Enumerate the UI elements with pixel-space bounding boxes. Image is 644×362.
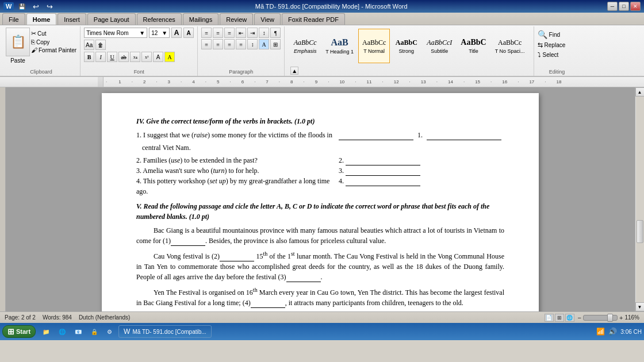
tab-foxit[interactable]: Foxit Reader PDF bbox=[282, 13, 345, 25]
tab-mailings[interactable]: Mailings bbox=[183, 13, 218, 25]
font-shrink-button[interactable]: A bbox=[183, 28, 194, 38]
multilevel-button[interactable]: ≡ bbox=[224, 28, 235, 38]
taskbar-icon4[interactable]: 🔒 bbox=[86, 325, 100, 338]
superscript-button[interactable]: x² bbox=[141, 52, 152, 62]
section4-title: IV. Give the correct tense/form of the v… bbox=[136, 116, 504, 126]
zoom-out-button[interactable]: − bbox=[578, 314, 581, 321]
clear-format-button[interactable]: 🗑 bbox=[95, 40, 106, 50]
tab-page-layout[interactable]: Page Layout bbox=[87, 13, 136, 25]
justify-button[interactable]: ≡ bbox=[236, 39, 246, 49]
clipboard-content: 📋 Paste ✂ Cut ⎘ Copy 🖌 Format Painter bbox=[6, 28, 76, 69]
highlight-button[interactable]: A bbox=[164, 52, 175, 62]
start-button[interactable]: ⊞ Start bbox=[2, 325, 36, 338]
strikethrough-button[interactable]: ab bbox=[118, 52, 129, 62]
tab-file[interactable]: File bbox=[2, 13, 25, 25]
styles-group: AaBbCc Emphasis AaB T Heading 1 AaBbCc T… bbox=[285, 26, 534, 76]
align-center-button[interactable]: ≡ bbox=[213, 39, 223, 49]
vertical-scrollbar[interactable]: ▲ ▼ bbox=[635, 87, 644, 311]
tab-view[interactable]: View bbox=[254, 13, 281, 25]
decrease-indent-button[interactable]: ⇤ bbox=[236, 28, 246, 38]
bullets-button[interactable]: ≡ bbox=[201, 28, 212, 38]
quick-undo[interactable]: ↩ bbox=[30, 1, 41, 12]
copy-button[interactable]: ⎘ Copy bbox=[31, 38, 76, 45]
select-button[interactable]: ⤵ Select bbox=[538, 51, 559, 58]
borders-button[interactable]: ⊞ bbox=[270, 39, 281, 49]
font-name-selector[interactable]: Times New Rom ▼ bbox=[84, 28, 147, 38]
view-buttons: 📄 ⊞ 🌐 bbox=[545, 314, 574, 322]
style-no-spacing[interactable]: AaBbCc T No Spaci... bbox=[491, 29, 529, 63]
page-indicator: Page: 2 of 2 bbox=[5, 314, 36, 321]
status-bar: Page: 2 of 2 Words: 984 Dutch (Netherlan… bbox=[0, 311, 644, 323]
taskbar-icon1[interactable]: 📁 bbox=[38, 325, 52, 338]
binoculars-icon: 🔍 bbox=[538, 30, 547, 39]
find-button[interactable]: 🔍 Find bbox=[538, 30, 560, 39]
align-right-button[interactable]: ≡ bbox=[224, 39, 235, 49]
editing-group: 🔍 Find ⇆ Replace ⤵ Select Editing bbox=[534, 26, 580, 76]
font-size-dropdown-icon: ▼ bbox=[162, 30, 167, 36]
taskbar-icon2[interactable]: 🌐 bbox=[54, 325, 68, 338]
font-grow-button[interactable]: A bbox=[171, 28, 182, 38]
format-painter-button[interactable]: 🖌 Format Painter bbox=[31, 47, 76, 53]
underline-button[interactable]: U bbox=[107, 52, 117, 62]
status-left: Page: 2 of 2 Words: 984 Dutch (Netherlan… bbox=[5, 314, 130, 321]
quick-save[interactable]: 💾 bbox=[16, 1, 28, 12]
paragraph-group: ≡ ≡ ≡ ⇤ ⇥ ↕ ¶ ≡ ≡ ≡ ≡ ↕ A ⊞ Paragraph bbox=[198, 26, 285, 76]
zoom-control[interactable]: − + 116% bbox=[578, 314, 639, 321]
style-heading1[interactable]: AaB T Heading 1 bbox=[321, 29, 358, 63]
editing-label: Editing bbox=[538, 69, 577, 76]
doc-scroll[interactable]: IV. Give the correct tense/form of the v… bbox=[6, 87, 635, 311]
scroll-up-button[interactable]: ▲ bbox=[635, 87, 645, 97]
subscript-button[interactable]: x₂ bbox=[130, 52, 140, 62]
zoom-in-button[interactable]: + bbox=[619, 314, 623, 321]
bold-button[interactable]: B bbox=[84, 52, 94, 62]
minimize-button[interactable]: ─ bbox=[607, 2, 618, 11]
question1: 1. I suggest that we (raise) some money … bbox=[136, 130, 504, 140]
taskbar-icon3[interactable]: 📧 bbox=[70, 325, 84, 338]
style-emphasis[interactable]: AaBbCc Emphasis bbox=[289, 29, 321, 63]
italic-button[interactable]: I bbox=[95, 52, 106, 62]
zoom-thumb[interactable] bbox=[607, 314, 613, 322]
q3-answer-cell: 3. bbox=[339, 165, 504, 176]
tab-references[interactable]: References bbox=[137, 13, 182, 25]
active-window-button[interactable]: W Mã TD- 591.doc [Compatib... bbox=[118, 325, 212, 338]
align-left-button[interactable]: ≡ bbox=[201, 39, 212, 49]
numbering-button[interactable]: ≡ bbox=[213, 28, 223, 38]
sort-button[interactable]: ↕ bbox=[259, 28, 269, 38]
replace-icon: ⇆ bbox=[538, 41, 543, 49]
font-color-button[interactable]: A bbox=[153, 52, 163, 62]
styles-scroll-up[interactable]: ▲ bbox=[290, 67, 298, 75]
tab-insert[interactable]: Insert bbox=[57, 13, 86, 25]
show-marks-button[interactable]: ¶ bbox=[270, 28, 281, 38]
view-web-button[interactable]: 🌐 bbox=[565, 314, 574, 322]
scroll-down-button[interactable]: ▼ bbox=[635, 302, 645, 311]
font-aa-button[interactable]: Aa bbox=[84, 40, 94, 50]
paste-label: Paste bbox=[10, 57, 25, 64]
taskbar-icon5[interactable]: ⚙ bbox=[102, 325, 116, 338]
zoom-slider[interactable] bbox=[583, 315, 618, 321]
taskbar: ⊞ Start 📁 🌐 📧 🔒 ⚙ W Mã TD- 591.doc [Comp… bbox=[0, 323, 644, 340]
cut-button[interactable]: ✂ Cut bbox=[31, 30, 76, 37]
view-print-button[interactable]: 📄 bbox=[545, 314, 554, 322]
line-spacing-button[interactable]: ↕ bbox=[247, 39, 258, 49]
word-count: Words: 984 bbox=[43, 314, 72, 321]
view-fullscreen-button[interactable]: ⊞ bbox=[555, 314, 564, 322]
paste-button[interactable]: 📋 bbox=[6, 28, 30, 56]
close-button[interactable]: ✕ bbox=[630, 2, 641, 11]
scrollbar-thumb[interactable] bbox=[637, 220, 643, 243]
increase-indent-button[interactable]: ⇥ bbox=[247, 28, 258, 38]
style-subtitle[interactable]: AaBbCcI Subtitle bbox=[423, 29, 456, 63]
tab-review[interactable]: Review bbox=[220, 13, 253, 25]
font-size-selector[interactable]: 12 ▼ bbox=[149, 28, 170, 38]
replace-button[interactable]: ⇆ Replace bbox=[538, 41, 566, 49]
shading-button[interactable]: A bbox=[259, 39, 269, 49]
style-normal[interactable]: AaBbCc T Normal bbox=[358, 29, 390, 63]
quick-redo[interactable]: ↪ bbox=[44, 1, 55, 12]
maximize-button[interactable]: □ bbox=[619, 2, 629, 11]
tab-home[interactable]: Home bbox=[26, 13, 57, 25]
ruler-corner bbox=[98, 77, 103, 87]
style-title[interactable]: AaBbC Title bbox=[457, 29, 490, 63]
status-right: 📄 ⊞ 🌐 − + 116% bbox=[545, 314, 639, 322]
title-bar: W 💾 ↩ ↪ Mã TD- 591.doc [Compatibility Mo… bbox=[0, 0, 644, 13]
style-strong[interactable]: AaBbC Strong bbox=[390, 29, 422, 63]
scrollbar-track[interactable] bbox=[636, 97, 644, 302]
